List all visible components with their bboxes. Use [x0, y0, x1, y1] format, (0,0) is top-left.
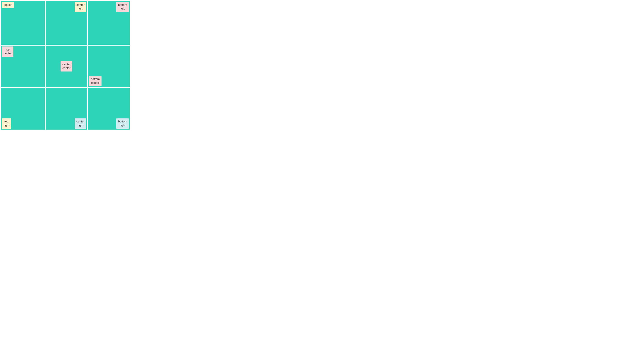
cell-center-left: center left — [46, 1, 87, 45]
label-center-left: center left — [75, 2, 86, 12]
label-center-center: center center — [60, 61, 72, 71]
label-top-right: top right — [2, 118, 11, 129]
cell-top-center: top center — [1, 45, 45, 87]
cell-top-left: top left — [1, 1, 45, 45]
cell-center-right: center right — [46, 88, 87, 130]
cell-bottom-right: bottom right — [88, 88, 130, 130]
cell-top-right: top right — [1, 88, 45, 130]
label-bottom-left: bottom left — [116, 2, 129, 12]
main-grid: top left center left bottom left top cen… — [0, 0, 130, 130]
label-top-left: top left — [2, 2, 14, 8]
label-bottom-right: bottom right — [116, 118, 129, 129]
label-center-right: center right — [75, 118, 86, 129]
cell-center-center: center center — [46, 45, 87, 87]
cell-bottom-left: bottom left — [88, 1, 130, 45]
cell-bottom-center: bottom center — [88, 45, 130, 87]
label-bottom-center: bottom center — [89, 76, 102, 86]
label-top-center: top center — [2, 46, 14, 57]
